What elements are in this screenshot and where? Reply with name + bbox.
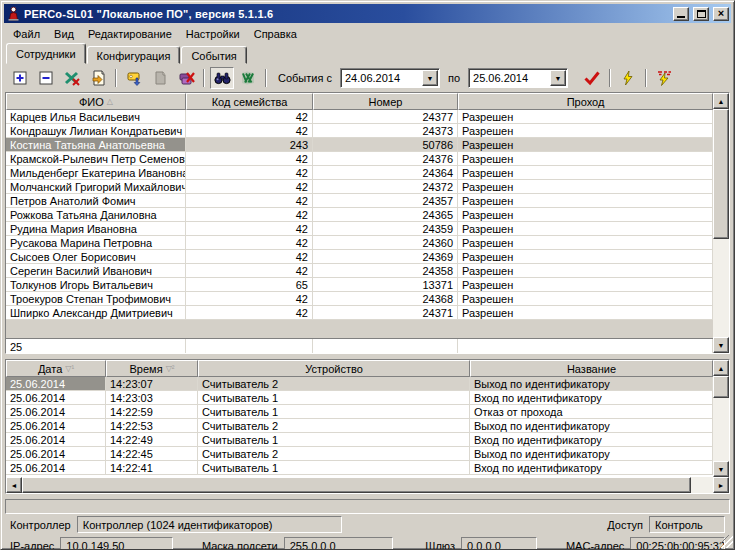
table-cell[interactable]: 14:23:07 (106, 377, 198, 391)
table-cell[interactable]: 14:22:41 (106, 461, 198, 475)
stop-monitoring-button[interactable] (652, 67, 676, 89)
table-cell[interactable]: Троекуров Степан Трофимович (6, 292, 186, 306)
table-cell[interactable]: Разрешен (458, 222, 713, 236)
scrollbar-thumb[interactable] (713, 376, 729, 398)
events-vertical-scrollbar[interactable]: ▲ ▼ (713, 360, 729, 477)
table-cell[interactable]: Вход по идентификатору (470, 461, 713, 475)
table-row[interactable]: Карцев Илья Васильевич4224377Разрешен (6, 110, 713, 124)
table-row[interactable]: 25.06.201414:23:03Считыватель 1Вход по и… (6, 391, 713, 405)
table-cell[interactable]: Сысоев Олег Борисович (6, 250, 186, 264)
scrollbar-track[interactable] (713, 239, 729, 337)
close-button[interactable]: × (713, 7, 729, 21)
table-cell[interactable]: Петров Анатолий Фомич (6, 194, 186, 208)
table-cell[interactable]: 13371 (313, 278, 458, 292)
cancel-changes-button[interactable] (60, 67, 84, 89)
table-cell[interactable]: 42 (186, 110, 313, 124)
table-cell[interactable]: Молчанский Григорий Михайлович (6, 180, 186, 194)
table-cell[interactable]: Разрешен (458, 208, 713, 222)
column-header[interactable]: Время▽² (106, 360, 198, 377)
table-cell[interactable]: Отказ от прохода (470, 405, 713, 419)
menu-item-help[interactable]: Справка (247, 26, 304, 42)
table-cell[interactable]: Разрешен (458, 278, 713, 292)
menu-item-view[interactable]: Вид (47, 26, 81, 42)
table-cell[interactable]: 42 (186, 208, 313, 222)
table-cell[interactable]: 42 (186, 250, 313, 264)
column-header[interactable]: Проход (458, 93, 713, 110)
table-cell[interactable]: 25.06.2014 (6, 391, 106, 405)
table-cell[interactable]: 24358 (313, 264, 458, 278)
table-cell[interactable]: Разрешен (458, 166, 713, 180)
chevron-down-icon[interactable]: ▼ (422, 70, 438, 86)
table-row[interactable]: Шпирко Александр Дмитриевич4224371Разреш… (6, 306, 713, 320)
table-row[interactable]: Молчанский Григорий Михайлович4224372Раз… (6, 180, 713, 194)
table-cell[interactable]: Мильденберг Екатерина Ивановна (6, 166, 186, 180)
menu-item-settings[interactable]: Настройки (179, 26, 247, 42)
excel-export-button[interactable] (236, 67, 260, 89)
find-button[interactable] (210, 67, 234, 89)
table-row[interactable]: 25.06.201414:23:07Считыватель 2Выход по … (6, 377, 713, 391)
table-row[interactable]: Крамской-Рылевич Петр Семенович4224376Ра… (6, 152, 713, 166)
table-cell[interactable]: 24377 (313, 110, 458, 124)
table-cell[interactable]: 24376 (313, 152, 458, 166)
column-header[interactable]: Код семейства (186, 93, 313, 110)
table-cell[interactable]: 24373 (313, 124, 458, 138)
table-cell[interactable]: Крамской-Рылевич Петр Семенович (6, 152, 186, 166)
table-cell[interactable]: Карцев Илья Васильевич (6, 110, 186, 124)
table-cell[interactable]: Выход по идентификатору (470, 447, 713, 461)
tab-events[interactable]: События (181, 46, 246, 64)
table-cell[interactable]: 24364 (313, 166, 458, 180)
table-cell[interactable]: 25.06.2014 (6, 461, 106, 475)
table-cell[interactable]: 24359 (313, 222, 458, 236)
scrollbar-track[interactable] (713, 398, 729, 461)
table-cell[interactable]: Кондрашук Лилиан Кондратьевич (6, 124, 186, 138)
table-cell[interactable]: 25.06.2014 (6, 419, 106, 433)
transfer-card-button[interactable] (122, 67, 146, 89)
table-cell[interactable]: 14:22:45 (106, 447, 198, 461)
table-cell[interactable]: Разрешен (458, 236, 713, 250)
table-cell[interactable]: 42 (186, 152, 313, 166)
scrollbar-up-button[interactable]: ▲ (713, 360, 729, 376)
menu-item-edit[interactable]: Редактирование (81, 26, 179, 42)
table-cell[interactable]: Русакова Марина Петровна (6, 236, 186, 250)
table-row[interactable]: Троекуров Степан Трофимович4224368Разреш… (6, 292, 713, 306)
table-cell[interactable]: Вход по идентификатору (470, 391, 713, 405)
blank-card-button[interactable] (148, 67, 172, 89)
maximize-button[interactable] (693, 7, 709, 21)
table-cell[interactable]: 24360 (313, 236, 458, 250)
table-cell[interactable]: Разрешен (458, 138, 713, 152)
table-cell[interactable]: Костина Татьяна Анатольевна (6, 138, 186, 152)
save-changes-button[interactable] (86, 67, 110, 89)
table-row[interactable]: Рудина Мария Ивановна4224359Разрешен (6, 222, 713, 236)
scrollbar-down-button[interactable]: ▼ (713, 461, 729, 477)
table-cell[interactable]: 42 (186, 180, 313, 194)
table-cell[interactable]: Считыватель 1 (198, 391, 470, 405)
table-cell[interactable]: Разрешен (458, 306, 713, 320)
column-header[interactable]: Дата▽¹ (6, 360, 106, 377)
add-employee-button[interactable] (8, 67, 32, 89)
column-header[interactable]: Название (470, 360, 713, 377)
table-row[interactable]: Кондрашук Лилиан Кондратьевич4224373Разр… (6, 124, 713, 138)
table-cell[interactable]: 42 (186, 222, 313, 236)
scrollbar-right-button[interactable]: ► (713, 477, 729, 493)
table-cell[interactable]: 14:22:53 (106, 419, 198, 433)
column-header[interactable]: ФИО△ (6, 93, 186, 110)
table-row[interactable]: 25.06.201414:22:45Считыватель 2Выход по … (6, 447, 713, 461)
column-header[interactable]: Устройство (198, 360, 470, 377)
table-cell[interactable]: Считыватель 1 (198, 461, 470, 475)
table-row[interactable]: Русакова Марина Петровна4224360Разрешен (6, 236, 713, 250)
scrollbar-track[interactable] (691, 477, 713, 493)
employees-vertical-scrollbar[interactable]: ▲ ▼ (713, 93, 729, 353)
table-cell[interactable]: Выход по идентификатору (470, 377, 713, 391)
table-row[interactable]: Костина Татьяна Анатольевна24350786Разре… (6, 138, 713, 152)
table-cell[interactable]: 14:22:49 (106, 433, 198, 447)
table-row[interactable]: Рожкова Татьяна Даниловна4224365Разрешен (6, 208, 713, 222)
table-row[interactable]: 25.06.201414:22:41Считыватель 1Вход по и… (6, 461, 713, 475)
menu-item-file[interactable]: Файл (6, 26, 47, 42)
table-cell[interactable]: 14:22:59 (106, 405, 198, 419)
table-row[interactable]: 25.06.201414:22:53Считыватель 2Выход по … (6, 419, 713, 433)
remove-employee-button[interactable] (34, 67, 58, 89)
table-cell[interactable]: Разрешен (458, 124, 713, 138)
scrollbar-thumb[interactable] (713, 109, 729, 239)
minimize-button[interactable] (673, 7, 689, 21)
table-row[interactable]: Сысоев Олег Борисович4224369Разрешен (6, 250, 713, 264)
